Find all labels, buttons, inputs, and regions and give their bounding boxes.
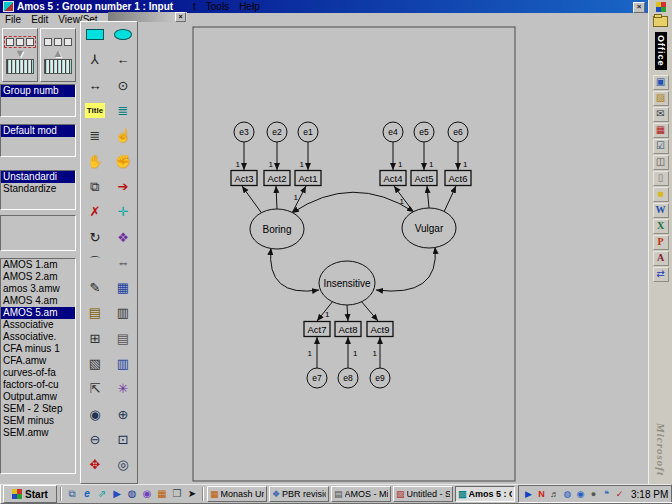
erase-icon[interactable]: ✗ [81, 199, 109, 224]
path-arrow[interactable] [361, 301, 378, 321]
list-item-sem-2-step[interactable]: SEM - 2 Step [1, 403, 75, 415]
new-note-icon[interactable]: ■ [653, 187, 669, 202]
start-button[interactable]: Start [3, 485, 57, 503]
save-diagram-icon[interactable]: ▧ [81, 351, 109, 376]
menu-edit[interactable]: Edit [26, 14, 53, 25]
list-item-default-mod[interactable]: Default mod [1, 125, 75, 137]
address-book-icon[interactable]: ▯ [653, 171, 669, 186]
task-button-pbr-revision[interactable]: ❖PBR revision... [269, 486, 329, 502]
show-desktop-icon[interactable]: ⧉ [65, 486, 79, 502]
select-one-icon[interactable]: ☝ [109, 123, 137, 148]
path-arrow[interactable] [347, 305, 348, 321]
tray-media-icon[interactable]: ▶ [523, 486, 534, 502]
figure-title-icon[interactable]: Title [81, 98, 109, 123]
list-item-amos-1-am[interactable]: AMOS 1.am [1, 259, 75, 271]
view-output-diagram-button[interactable]: ▲ [40, 28, 76, 82]
access-icon[interactable]: A [653, 251, 669, 266]
move-icon[interactable]: ➔ [109, 174, 137, 199]
view-input-diagram-button[interactable]: ▼ [2, 28, 38, 82]
draw-unique-variable-icon[interactable]: ⊙ [109, 73, 137, 98]
folder-icon[interactable] [653, 16, 668, 27]
task-button-untitled-sp[interactable]: ▨Untitled - SP... [393, 486, 453, 502]
select-object-icon[interactable]: ⌒ [81, 250, 109, 275]
new-contact-icon[interactable]: ◫ [653, 155, 669, 170]
copy-to-clipboard-icon[interactable]: ⊞ [81, 326, 109, 351]
list-item-amos-3-amw[interactable]: amos 3.amw [1, 283, 75, 295]
list-item-standardize[interactable]: Standardize [1, 183, 75, 195]
touch-up-icon[interactable]: ✎ [81, 275, 109, 300]
word-icon[interactable]: W [653, 203, 669, 218]
menu-t[interactable]: t [188, 1, 201, 12]
open-office-document-icon[interactable]: ▨ [653, 91, 669, 106]
bayesian-icon[interactable]: ◍ [109, 477, 137, 484]
move-parameter-icon[interactable]: ✛ [109, 199, 137, 224]
outlook-express-icon[interactable]: ⇗ [95, 486, 109, 502]
reflect-icon[interactable]: ❖ [109, 224, 137, 249]
zoom-page-icon[interactable]: ⊡ [109, 427, 137, 452]
tray-agent-icon[interactable]: ● [588, 486, 599, 502]
list-item-group-numb[interactable]: Group numb [1, 85, 75, 97]
menu-tools[interactable]: Tools [201, 1, 234, 12]
covariance-arrow[interactable] [271, 248, 319, 291]
new-office-document-icon[interactable]: ▣ [653, 75, 669, 90]
tray-help-icon[interactable]: ◍ [562, 486, 573, 502]
new-appointment-icon[interactable]: ▦ [653, 123, 669, 138]
task-button-amos-micr[interactable]: ▤AMOS - Micr... [331, 486, 391, 502]
list-item-unstandardi[interactable]: Unstandardi [1, 171, 75, 183]
list-dataset-variables-icon[interactable]: ≣ [109, 98, 137, 123]
explorer-window-icon[interactable]: ❐ [170, 486, 184, 502]
data-files-icon[interactable]: ▦ [109, 275, 137, 300]
excel-icon[interactable]: X [653, 219, 669, 234]
powerpoint-icon[interactable]: P [653, 235, 669, 250]
window-close-button[interactable]: × [633, 2, 645, 13]
loupe-icon[interactable]: ◎ [109, 452, 137, 477]
select-all-icon[interactable]: ✋ [81, 148, 109, 173]
list-item-amos-4-am[interactable]: AMOS 4.am [1, 295, 75, 307]
zoom-in-icon[interactable]: ⊕ [109, 401, 137, 426]
network-icon[interactable]: ⇄ [653, 267, 669, 282]
covariance-arrow[interactable] [376, 247, 435, 291]
list-item-amos-5-am[interactable]: AMOS 5.am [1, 307, 75, 319]
media-player-icon[interactable]: ▶ [110, 486, 124, 502]
office-menu-icon[interactable] [656, 2, 666, 12]
scroll-icon[interactable]: ⇔ [109, 250, 137, 275]
list-item-curves-of-fa[interactable]: curves-of-fa [1, 367, 75, 379]
path-arrow[interactable] [394, 186, 415, 214]
internet-explorer-icon[interactable]: e [80, 486, 94, 502]
menu-help[interactable]: Help [234, 1, 265, 12]
list-item-associative[interactable]: Associative. [1, 331, 75, 343]
app-grid-icon[interactable]: ▦ [155, 486, 169, 502]
new-task-icon[interactable]: ☑ [653, 139, 669, 154]
tray-player-icon[interactable]: ◉ [575, 486, 586, 502]
object-properties-icon[interactable]: ▥ [109, 351, 137, 376]
list-item-associative[interactable]: Associative [1, 319, 75, 331]
tray-sync-icon[interactable]: ✓ [614, 486, 625, 502]
task-button-amos-5-g[interactable]: ▥Amos 5 : G... [455, 486, 515, 502]
zoom-out-icon[interactable]: ⊖ [81, 427, 109, 452]
draw-unobserved-icon[interactable] [109, 22, 137, 47]
draw-observed-icon[interactable] [81, 22, 109, 47]
fit-to-page-icon[interactable]: ✥ [81, 452, 109, 477]
path-diagram-canvas[interactable]: BoringVulgarInsensitiveAct3Act2Act1Act4A… [140, 25, 648, 484]
tray-volume-icon[interactable]: ♬ [549, 486, 560, 502]
tray-messenger-icon[interactable]: ❝ [601, 486, 612, 502]
list-item-sem-amw[interactable]: SEM.amw [1, 427, 75, 439]
zoom-select-icon[interactable]: ◉ [81, 401, 109, 426]
tray-norton-icon[interactable]: N [536, 486, 547, 502]
df-icon[interactable]: DF [81, 477, 109, 484]
path-arrow[interactable] [242, 186, 263, 215]
list-item-output-amw[interactable]: Output.amw [1, 391, 75, 403]
taskbar-clock[interactable]: 3:18 PM [627, 489, 668, 500]
list-model-variables-icon[interactable]: ≣ [81, 123, 109, 148]
list-item-sem-minus[interactable]: SEM minus [1, 415, 75, 427]
drag-properties-icon[interactable]: ⇱ [81, 376, 109, 401]
list-item-cfa-amw[interactable]: CFA.amw [1, 355, 75, 367]
toolbox-close-button[interactable]: × [175, 12, 186, 22]
new-message-icon[interactable]: ✉ [653, 107, 669, 122]
path-arrow[interactable] [427, 186, 429, 208]
calculate-estimates-icon[interactable]: ▥ [109, 300, 137, 325]
list-item-factors-of-cu[interactable]: factors-of-cu [1, 379, 75, 391]
path-arrow[interactable] [276, 186, 277, 209]
list-item-amos-2-am[interactable]: AMOS 2.am [1, 271, 75, 283]
draw-indicator-icon[interactable]: ⅄ [81, 47, 109, 72]
